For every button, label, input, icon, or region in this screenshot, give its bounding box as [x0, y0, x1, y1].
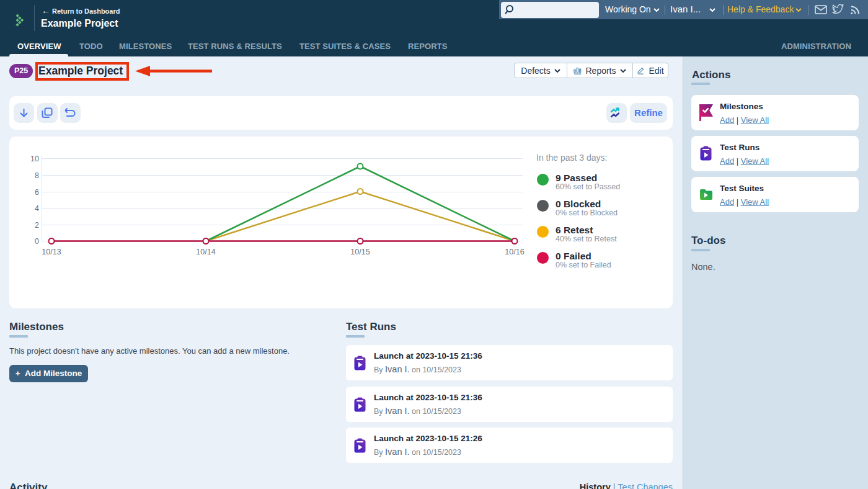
svg-text:10/14: 10/14 [196, 248, 215, 256]
svg-text:6: 6 [35, 188, 39, 197]
svg-text:4: 4 [35, 204, 39, 213]
svg-text:10/15: 10/15 [350, 248, 370, 256]
svg-text:2: 2 [35, 221, 39, 230]
svg-text:10/16: 10/16 [505, 248, 524, 256]
svg-text:8: 8 [35, 171, 39, 180]
svg-text:10/13: 10/13 [42, 248, 61, 256]
svg-text:10: 10 [30, 155, 39, 163]
svg-text:0: 0 [35, 237, 39, 246]
